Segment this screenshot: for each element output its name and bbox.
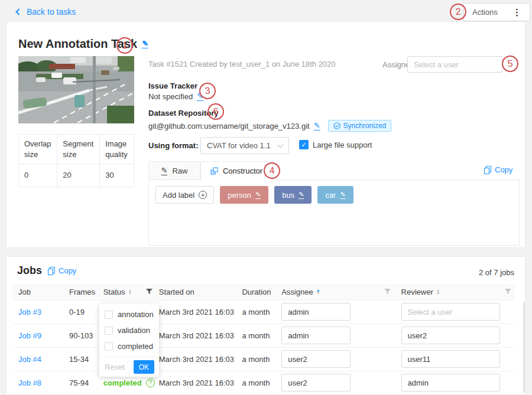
filter-reset-button[interactable]: Reset (105, 363, 125, 371)
filter-funnel-icon (146, 289, 153, 295)
question-circle-icon[interactable]: ? (146, 378, 155, 387)
reviewer-input[interactable] (401, 303, 500, 321)
job-duration: a month (236, 300, 275, 324)
issue-tracker-label: Issue Tracker (148, 81, 197, 90)
job-duration: a month (236, 347, 275, 371)
task-detail-page: Back to tasks Actions ⋮ New Annotation T… (0, 0, 532, 395)
label-chip-person[interactable]: person ✎ (220, 186, 268, 204)
edit-label-icon[interactable]: ✎ (255, 191, 261, 199)
job-frames: 0-19 (63, 300, 98, 324)
copy-icon (48, 267, 55, 275)
label-chip-car[interactable]: car ✎ (317, 186, 353, 204)
job-started: March 3rd 2021 16:03 (153, 300, 236, 324)
filter-ok-button[interactable]: OK (134, 360, 154, 374)
col-status[interactable]: Status ▲▼ (98, 284, 140, 300)
tab-raw[interactable]: ✎ Raw (148, 161, 200, 180)
tab-constructor[interactable]: Constructor (200, 161, 273, 180)
edit-title-icon[interactable]: ✎ (142, 40, 148, 48)
large-file-label: Large file support (313, 141, 372, 149)
col-assignee[interactable]: Assignee ▲▼ (275, 284, 395, 300)
task-preview-image (18, 56, 134, 123)
more-vertical-icon: ⋮ (512, 7, 521, 18)
job-frames: 15-34 (63, 347, 98, 371)
label-chip-bus[interactable]: bus ✎ (274, 186, 312, 204)
jobs-title: Jobs Copy (17, 265, 76, 277)
param-header: Segment size (57, 135, 100, 164)
back-chevron-icon (15, 8, 22, 15)
raw-edit-icon: ✎ (161, 167, 168, 175)
reviewer-input[interactable] (401, 327, 500, 344)
job-frames: 75-94 (63, 371, 98, 394)
job-duration: a month (236, 324, 275, 347)
param-value-quality: 30 (100, 164, 134, 187)
jobs-header-row: Job Frames Status ▲▼ Started on Duration (12, 284, 515, 300)
task-card: New Annotation Task ✎ (6, 21, 525, 248)
status-filter-dropdown: annotation validation completed Reset OK (99, 303, 159, 377)
job-duration: a month (236, 371, 275, 394)
param-header: Overlap size (19, 135, 57, 164)
assignee-input[interactable] (281, 327, 351, 344)
plus-circle-icon: + (199, 191, 207, 199)
param-header: Image quality (100, 135, 134, 164)
dataset-repository-value: git@github.com:username/git_storage_v123… (148, 120, 391, 132)
format-select[interactable]: CVAT for video 1.1 (200, 137, 289, 154)
filter-funnel-icon[interactable] (505, 289, 511, 295)
checkbox-unchecked[interactable] (105, 342, 113, 351)
filter-option-annotation[interactable]: annotation (99, 306, 159, 322)
assignee-input[interactable] (281, 350, 351, 368)
filter-option-completed[interactable]: completed (99, 338, 159, 354)
chevron-down-icon (278, 142, 284, 148)
checkbox-unchecked[interactable] (105, 311, 113, 319)
labels-copy-button[interactable]: Copy (484, 165, 512, 174)
status-filter-button[interactable] (140, 284, 153, 300)
large-file-checkbox[interactable]: ✓ (299, 140, 309, 149)
job-frames: 90-103 (63, 324, 98, 347)
back-to-tasks-link[interactable]: Back to tasks (17, 7, 76, 17)
labels-editor: Add label + person ✎ bus ✎ car ✎ (155, 186, 353, 204)
jobs-copy-button[interactable]: Copy (48, 266, 76, 275)
sorter-icon[interactable]: ▲▼ (436, 289, 440, 295)
actions-button[interactable]: Actions ⋮ (463, 3, 530, 21)
edit-label-icon[interactable]: ✎ (340, 191, 345, 199)
block-icon (210, 167, 218, 175)
job-row: Job #4 15-34 March 3rd 2021 16:03 a mont… (12, 347, 515, 371)
col-started[interactable]: Started on (153, 284, 236, 300)
filter-option-validation[interactable]: validation (99, 322, 159, 338)
col-frames[interactable]: Frames (63, 284, 98, 300)
job-started: March 3rd 2021 16:03 (153, 324, 236, 347)
reviewer-input[interactable] (401, 350, 500, 368)
job-link[interactable]: Job #8 (18, 378, 41, 387)
task-params-table: Overlap size Segment size Image quality … (18, 134, 134, 187)
jobs-scrollbar[interactable] (523, 302, 525, 393)
assignee-input[interactable] (281, 303, 351, 321)
edit-label-icon[interactable]: ✎ (299, 191, 304, 199)
sorter-icon[interactable]: ▲▼ (128, 289, 132, 295)
col-duration[interactable]: Duration (236, 284, 275, 300)
checkbox-unchecked[interactable] (105, 327, 113, 335)
job-row: Job #3 0-19 March 3rd 2021 16:03 a month (12, 300, 515, 324)
job-started: March 3rd 2021 16:03 (153, 347, 236, 371)
check-circle-icon (333, 122, 340, 129)
issue-tracker-value: Not specified ✎ (148, 92, 203, 101)
reviewer-input[interactable] (401, 374, 500, 391)
job-link[interactable]: Job #3 (18, 308, 41, 316)
job-started: March 3rd 2021 16:03 (153, 371, 236, 394)
assigned-to-input[interactable] (407, 56, 502, 73)
sorter-icon[interactable]: ▲▼ (316, 289, 320, 295)
jobs-card: Jobs Copy 2 of 7 jobs Job Frames (6, 256, 525, 395)
edit-repository-icon[interactable]: ✎ (314, 122, 320, 130)
job-link[interactable]: Job #9 (18, 331, 41, 340)
actions-label: Actions (472, 8, 498, 17)
back-to-tasks-label: Back to tasks (27, 7, 76, 17)
param-value-overlap: 0 (19, 164, 57, 187)
job-link[interactable]: Job #4 (18, 355, 41, 364)
col-reviewer[interactable]: Reviewer ▲▼ (395, 284, 515, 300)
assignee-input[interactable] (281, 374, 351, 391)
job-row: Job #9 90-103 March 3rd 2021 16:03 a mon… (12, 324, 515, 347)
add-label-button[interactable]: Add label + (155, 186, 214, 204)
job-status-completed: completed ? (103, 378, 155, 387)
filter-funnel-icon[interactable] (384, 289, 391, 295)
task-meta: Task #1521 Created by test_user_1 on Jun… (148, 60, 336, 68)
copy-icon (484, 166, 491, 174)
col-job[interactable]: Job (12, 284, 63, 300)
